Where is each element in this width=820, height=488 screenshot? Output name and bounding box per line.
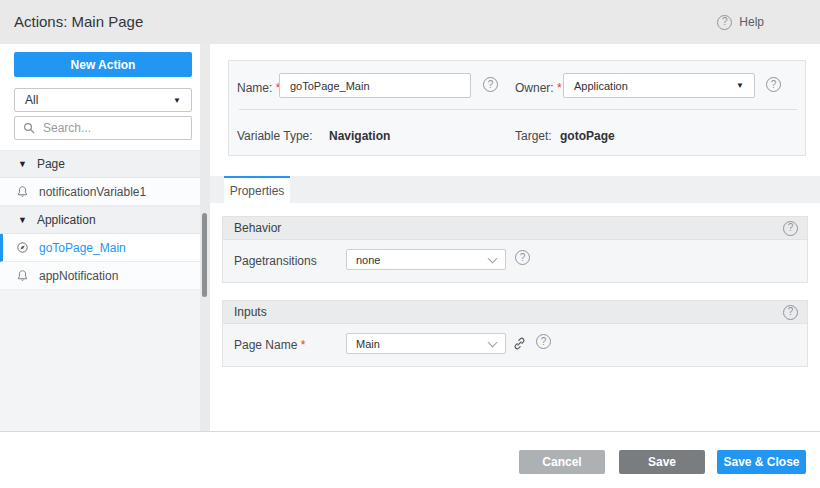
page-name-value: Main bbox=[356, 338, 380, 350]
inputs-help-icon[interactable]: ? bbox=[783, 305, 798, 320]
name-label-text: Name: bbox=[237, 81, 272, 95]
chevron-down-icon bbox=[488, 337, 498, 347]
search-input[interactable] bbox=[43, 121, 183, 135]
tree-group-page[interactable]: ▼ Page bbox=[0, 150, 200, 178]
target-value: gotoPage bbox=[560, 129, 615, 143]
collapse-arrow-icon: ▼ bbox=[18, 215, 27, 225]
sidebar: New Action All ▼ ▼ Page notificationVari… bbox=[0, 44, 200, 431]
pagetransitions-dropdown[interactable]: none bbox=[346, 249, 506, 270]
tree-item-appnotification[interactable]: appNotification bbox=[0, 262, 200, 290]
inputs-section-body: Page Name * Main ? bbox=[223, 324, 807, 366]
inputs-section-header: Inputs ? bbox=[223, 301, 807, 324]
target-label: Target: bbox=[515, 129, 552, 143]
header-bar: Actions: Main Page ? Help bbox=[0, 0, 820, 44]
sidebar-scrollbar-track bbox=[200, 44, 210, 431]
page-title: Actions: Main Page bbox=[14, 0, 143, 44]
inputs-section-title: Inputs bbox=[234, 305, 267, 319]
tree-item-label: goToPage_Main bbox=[39, 241, 126, 255]
tree-group-label: Application bbox=[37, 213, 96, 227]
required-asterisk: * bbox=[301, 338, 306, 352]
behavior-section-title: Behavior bbox=[234, 221, 281, 235]
page-name-label-text: Page Name bbox=[234, 338, 297, 352]
tree-item-label: notificationVariable1 bbox=[39, 185, 146, 199]
tree-group-label: Page bbox=[37, 157, 65, 171]
action-filter-select[interactable]: All ▼ bbox=[14, 88, 192, 112]
collapse-arrow-icon: ▼ bbox=[18, 159, 27, 169]
help-icon: ? bbox=[717, 15, 732, 30]
new-action-button[interactable]: New Action bbox=[14, 52, 192, 77]
help-label: Help bbox=[739, 15, 764, 29]
variable-type-value: Navigation bbox=[329, 129, 390, 143]
behavior-section-body: Pagetransitions none ? bbox=[223, 240, 807, 282]
action-tree: ▼ Page notificationVariable1 ▼ Applicati… bbox=[0, 150, 200, 290]
behavior-help-icon[interactable]: ? bbox=[783, 221, 798, 236]
footer-bar: Cancel Save Save & Close bbox=[0, 432, 820, 488]
name-input[interactable] bbox=[279, 73, 471, 98]
filter-selected-value: All bbox=[25, 93, 38, 107]
name-label: Name: * bbox=[237, 81, 280, 95]
navigation-icon bbox=[16, 241, 30, 254]
caret-down-icon: ▼ bbox=[736, 81, 744, 90]
cancel-button[interactable]: Cancel bbox=[519, 450, 605, 474]
tree-item-notificationvariable1[interactable]: notificationVariable1 bbox=[0, 178, 200, 206]
panel-divider bbox=[239, 109, 797, 110]
page-name-label: Page Name * bbox=[234, 338, 305, 352]
inputs-section: Inputs ? Page Name * Main ? bbox=[222, 300, 808, 367]
owner-label-text: Owner: bbox=[515, 81, 554, 95]
tab-properties[interactable]: Properties bbox=[224, 176, 290, 203]
save-and-close-button[interactable]: Save & Close bbox=[717, 450, 806, 474]
notification-icon bbox=[16, 185, 30, 198]
tree-group-application[interactable]: ▼ Application bbox=[0, 206, 200, 234]
help-button[interactable]: ? Help bbox=[717, 0, 764, 44]
caret-down-icon: ▼ bbox=[173, 96, 181, 105]
variable-type-label: Variable Type: bbox=[237, 129, 313, 143]
tree-item-label: appNotification bbox=[39, 269, 118, 283]
pagetransitions-help-icon[interactable]: ? bbox=[515, 250, 530, 265]
sidebar-controls: New Action All ▼ bbox=[0, 44, 200, 150]
main-content: Name: * ? Owner: * Application ▼ ? Varia… bbox=[210, 44, 820, 431]
bind-link-icon[interactable] bbox=[512, 336, 527, 351]
page-name-help-icon[interactable]: ? bbox=[536, 334, 551, 349]
chevron-down-icon bbox=[488, 253, 498, 263]
notification-icon bbox=[16, 269, 30, 282]
page-name-dropdown[interactable]: Main bbox=[346, 333, 506, 354]
owner-selected-value: Application bbox=[574, 80, 628, 92]
search-box[interactable] bbox=[14, 116, 192, 140]
save-button[interactable]: Save bbox=[619, 450, 705, 474]
search-icon bbox=[23, 122, 37, 134]
sidebar-scrollbar-thumb[interactable] bbox=[202, 213, 207, 297]
required-asterisk: * bbox=[557, 81, 562, 95]
owner-select[interactable]: Application ▼ bbox=[563, 73, 755, 98]
behavior-section-header: Behavior ? bbox=[223, 217, 807, 240]
name-help-icon[interactable]: ? bbox=[483, 77, 498, 92]
behavior-section: Behavior ? Pagetransitions none ? bbox=[222, 216, 808, 283]
action-summary-panel: Name: * ? Owner: * Application ▼ ? Varia… bbox=[228, 60, 806, 156]
owner-help-icon[interactable]: ? bbox=[766, 77, 781, 92]
tree-item-gotopage-main[interactable]: goToPage_Main bbox=[0, 234, 200, 262]
pagetransitions-value: none bbox=[356, 254, 380, 266]
owner-label: Owner: * bbox=[515, 81, 562, 95]
tab-bar: Properties bbox=[210, 176, 820, 203]
pagetransitions-label: Pagetransitions bbox=[234, 254, 317, 268]
